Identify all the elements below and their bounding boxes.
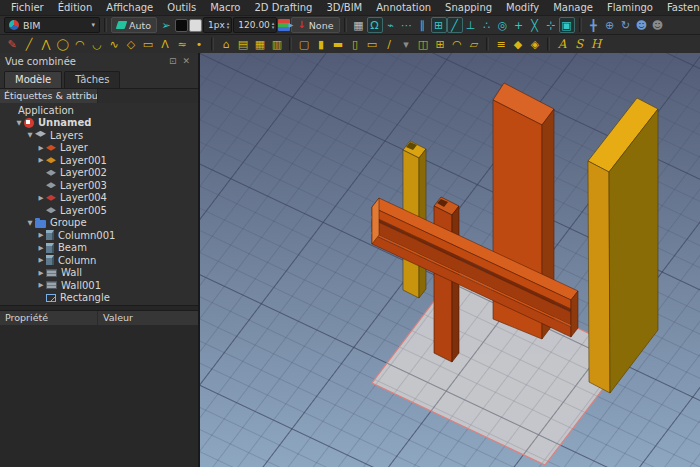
expand-arrow-icon[interactable]: ▶ <box>36 156 46 164</box>
tree-header-label[interactable]: Étiquettes & attributs <box>0 89 98 103</box>
draft-tool-icon[interactable] <box>547 37 550 51</box>
draft-tool-icon[interactable]: ▮ <box>313 36 329 52</box>
snap-icon[interactable]: ⊥ <box>463 17 479 33</box>
modify-icon[interactable]: ╋ <box>586 17 602 33</box>
snap-icon[interactable]: ∴ <box>479 17 495 33</box>
draft-tool-icon[interactable]: ▯ <box>347 36 363 52</box>
draft-tool-icon[interactable] <box>211 37 214 51</box>
modify-icon[interactable]: ☻ <box>650 17 666 33</box>
expand-arrow-icon[interactable]: ▶ <box>36 194 46 202</box>
draft-tool-icon[interactable]: ◠ <box>72 36 88 52</box>
workbench-selector[interactable]: BIM ▾ <box>4 17 100 33</box>
set-style-arrow-icon[interactable]: ➢ <box>158 17 174 33</box>
draft-tool-icon[interactable]: ▭ <box>140 36 156 52</box>
expand-arrow-icon[interactable]: ▼ <box>25 131 35 139</box>
snap-icon[interactable]: + <box>511 17 527 33</box>
draft-tool-icon[interactable]: ◡ <box>89 36 105 52</box>
draft-tool-icon[interactable]: ∕ <box>381 36 397 52</box>
draft-tool-icon[interactable]: ▱ <box>466 36 482 52</box>
draft-tool-icon[interactable]: ╱ <box>21 36 37 52</box>
draft-tool-icon[interactable]: ▤ <box>235 36 251 52</box>
draft-tool-icon[interactable]: ▾ <box>398 36 414 52</box>
draft-tool-icon[interactable]: ◫ <box>415 36 431 52</box>
draft-tool-icon[interactable] <box>486 37 489 51</box>
menu-item[interactable]: Modify <box>499 2 546 13</box>
autogroup-none-button[interactable]: ↓ None <box>291 17 339 33</box>
snap-icon[interactable]: ◎ <box>495 17 511 33</box>
snap-icon[interactable]: ⊹ <box>543 17 559 33</box>
tree-item[interactable]: ▶ Layer <box>0 142 198 155</box>
draft-tool-icon[interactable]: H <box>588 36 604 52</box>
tree-item[interactable]: ▶ Layer001 <box>0 154 198 167</box>
draft-tool-icon[interactable]: Λ <box>157 36 173 52</box>
menu-item[interactable]: Manage <box>546 2 600 13</box>
snap-icon[interactable]: Ω <box>367 17 383 33</box>
tree-item[interactable]: Layer003 <box>0 179 198 192</box>
draft-tool-icon[interactable]: ≈ <box>174 36 190 52</box>
menu-item[interactable]: Édition <box>51 2 100 13</box>
face-color-swatch[interactable] <box>189 19 202 32</box>
snap-icon[interactable]: ⋯ <box>399 17 415 33</box>
tab-tasks[interactable]: Tâches <box>64 71 120 88</box>
close-panel-icon[interactable]: ✕ <box>179 56 193 66</box>
modify-icon[interactable]: ⊕ <box>602 17 618 33</box>
value-column-label[interactable]: Valeur <box>98 311 198 325</box>
tree-item[interactable]: ▼ Groupe <box>0 217 198 230</box>
tree-item[interactable]: ▶ Beam <box>0 242 198 255</box>
line-color-swatch[interactable] <box>175 19 188 32</box>
tree-item[interactable]: ▶ Column <box>0 254 198 267</box>
tree-item[interactable]: ▶ Wall001 <box>0 279 198 292</box>
tree-item[interactable]: ▶ Column001 <box>0 229 198 242</box>
menu-item[interactable]: Macro <box>203 2 247 13</box>
draft-tool-icon[interactable]: ◯ <box>55 36 71 52</box>
working-plane-auto-button[interactable]: Auto <box>111 17 157 33</box>
snap-icon[interactable]: ╱ <box>447 17 463 33</box>
expand-arrow-icon[interactable]: ▶ <box>36 256 46 264</box>
tree-item[interactable]: ▼ Layers <box>0 129 198 142</box>
menu-item[interactable]: Affichage <box>99 2 160 13</box>
draft-tool-icon[interactable]: ◇ <box>123 36 139 52</box>
apply-style-icon[interactable] <box>278 19 290 31</box>
draft-tool-icon[interactable]: ▬ <box>330 36 346 52</box>
tree-item[interactable]: Layer002 <box>0 167 198 180</box>
draft-tool-icon[interactable]: • <box>191 36 207 52</box>
expand-arrow-icon[interactable]: ▶ <box>36 244 46 252</box>
tree-item[interactable]: ▼ Unnamed <box>0 117 198 130</box>
tree-item[interactable]: Layer005 <box>0 204 198 217</box>
draft-tool-icon[interactable]: ▦ <box>252 36 268 52</box>
draft-tool-icon[interactable]: A <box>554 36 570 52</box>
draft-tool-icon[interactable]: ∿ <box>106 36 122 52</box>
expand-arrow-icon[interactable]: ▶ <box>36 269 46 277</box>
snap-icon[interactable]: ∥ <box>415 17 431 33</box>
spin-arrows-icon[interactable]: ▴▾ <box>227 21 230 29</box>
float-panel-icon[interactable]: ⊡ <box>166 56 180 66</box>
expand-arrow-icon[interactable]: ▶ <box>36 144 46 152</box>
draft-tool-icon[interactable]: ▭ <box>364 36 380 52</box>
3d-viewport[interactable] <box>200 53 700 467</box>
menu-item[interactable]: Snapping <box>438 2 499 13</box>
snap-icon[interactable]: ⊞ <box>431 17 447 33</box>
expand-arrow-icon[interactable]: ▶ <box>36 231 46 239</box>
draft-tool-icon[interactable]: ▥ <box>269 36 285 52</box>
tree-item[interactable]: ▶ Layer004 <box>0 192 198 205</box>
menu-item[interactable]: Annotation <box>369 2 438 13</box>
draft-tool-icon[interactable]: ≡ <box>493 36 509 52</box>
menu-item[interactable]: Flamingo <box>600 2 660 13</box>
property-column-label[interactable]: Propriété <box>0 311 98 325</box>
draft-tool-icon[interactable]: ⌂ <box>218 36 234 52</box>
draft-tool-icon[interactable]: ◆ <box>510 36 526 52</box>
menu-item[interactable]: Outils <box>160 2 203 13</box>
modify-icon[interactable]: ↻ <box>618 17 634 33</box>
draft-tool-icon[interactable]: ◠ <box>449 36 465 52</box>
tree-item[interactable]: ▶ Wall <box>0 267 198 280</box>
expand-arrow-icon[interactable]: ▶ <box>36 281 46 289</box>
spin-arrows-icon[interactable]: ▴▾ <box>272 21 275 29</box>
draft-tool-icon[interactable]: ✎ <box>4 36 20 52</box>
snap-icon[interactable]: ╳ <box>527 17 543 33</box>
text-size-spinbox[interactable]: 120.00 ▴▾ <box>233 17 277 33</box>
draft-tool-icon[interactable]: ⊞ <box>432 36 448 52</box>
menu-item[interactable]: 2D Drafting <box>247 2 319 13</box>
expand-arrow-icon[interactable]: ▼ <box>25 219 35 227</box>
tree-item[interactable]: Rectangle <box>0 292 198 305</box>
menu-item[interactable]: 3D/BIM <box>319 2 369 13</box>
